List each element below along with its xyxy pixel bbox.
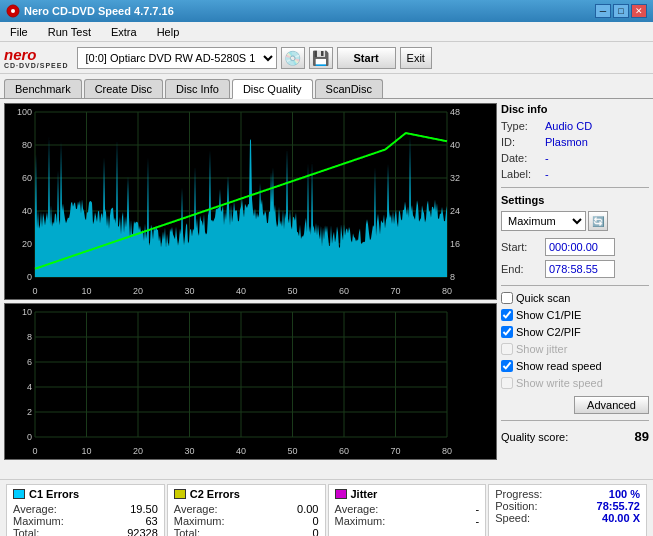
c2-total-value: 0 (312, 527, 318, 536)
quick-scan-checkbox[interactable] (501, 292, 513, 304)
menu-bar: File Run Test Extra Help (0, 22, 653, 42)
top-chart (4, 103, 497, 300)
jitter-legend-box (335, 489, 347, 499)
nero-logo-text: nero (4, 47, 69, 62)
speed-label: Speed: (495, 512, 530, 524)
eject-icon-button[interactable]: 💿 (281, 47, 305, 69)
c1-max-label: Maximum: (13, 515, 64, 527)
id-value: Plasmon (545, 136, 588, 148)
quality-score-value: 89 (635, 429, 649, 444)
c1-total-label: Total: (13, 527, 39, 536)
title-bar: Nero CD-DVD Speed 4.7.7.16 ─ □ ✕ (0, 0, 653, 22)
c1-avg-value: 19.50 (130, 503, 158, 515)
show-read-speed-checkbox[interactable] (501, 360, 513, 372)
close-button[interactable]: ✕ (631, 4, 647, 18)
bottom-chart (4, 303, 497, 460)
window-title: Nero CD-DVD Speed 4.7.7.16 (24, 5, 174, 17)
show-write-speed-label: Show write speed (516, 377, 603, 389)
date-value: - (545, 152, 549, 164)
svg-point-1 (11, 9, 15, 13)
quality-score-label: Quality score: (501, 431, 568, 443)
progress-group: Progress: 100 % Position: 78:55.72 Speed… (488, 484, 647, 536)
c2-legend-box (174, 489, 186, 499)
speed-dropdown[interactable]: Maximum 8x 4x (501, 211, 586, 231)
minimize-button[interactable]: ─ (595, 4, 611, 18)
c1-errors-group: C1 Errors Average: 19.50 Maximum: 63 Tot… (6, 484, 165, 536)
jitter-avg-label: Average: (335, 503, 379, 515)
stats-row: C1 Errors Average: 19.50 Maximum: 63 Tot… (0, 479, 653, 536)
nero-logo: nero CD·DVD/SPEED (4, 47, 69, 69)
tab-bar: Benchmark Create Disc Disc Info Disc Qua… (0, 74, 653, 99)
show-c2pif-label: Show C2/PIF (516, 326, 581, 338)
menu-file[interactable]: File (4, 24, 34, 40)
settings-icon-button[interactable]: 🔄 (588, 211, 608, 231)
c2-avg-label: Average: (174, 503, 218, 515)
end-label: End: (501, 263, 541, 275)
c2-max-label: Maximum: (174, 515, 225, 527)
start-button[interactable]: Start (337, 47, 396, 69)
speed-value: 40.00 X (602, 512, 640, 524)
c2-errors-group: C2 Errors Average: 0.00 Maximum: 0 Total… (167, 484, 326, 536)
show-c1pie-label: Show C1/PIE (516, 309, 581, 321)
progress-label: Progress: (495, 488, 542, 500)
start-label: Start: (501, 241, 541, 253)
c2-avg-value: 0.00 (297, 503, 318, 515)
tab-benchmark[interactable]: Benchmark (4, 79, 82, 98)
side-panel: Disc info Type: Audio CD ID: Plasmon Dat… (501, 103, 649, 475)
jitter-header: Jitter (351, 488, 378, 500)
settings-title: Settings (501, 194, 649, 206)
c1-header: C1 Errors (29, 488, 79, 500)
exit-button[interactable]: Exit (400, 47, 432, 69)
type-value: Audio CD (545, 120, 592, 132)
id-label: ID: (501, 136, 541, 148)
date-label: Date: (501, 152, 541, 164)
c1-legend-box (13, 489, 25, 499)
c2-header: C2 Errors (190, 488, 240, 500)
toolbar: nero CD·DVD/SPEED [0:0] Optiarc DVD RW A… (0, 42, 653, 74)
quick-scan-label: Quick scan (516, 292, 570, 304)
menu-run-test[interactable]: Run Test (42, 24, 97, 40)
tab-scan-disc[interactable]: ScanDisc (315, 79, 383, 98)
tab-disc-info[interactable]: Disc Info (165, 79, 230, 98)
menu-extra[interactable]: Extra (105, 24, 143, 40)
jitter-max-value: - (476, 515, 480, 527)
disc-info-title: Disc info (501, 103, 649, 115)
show-c2pif-checkbox[interactable] (501, 326, 513, 338)
disc-label-value: - (545, 168, 549, 180)
jitter-max-label: Maximum: (335, 515, 386, 527)
main-content: Disc info Type: Audio CD ID: Plasmon Dat… (0, 99, 653, 479)
tab-create-disc[interactable]: Create Disc (84, 79, 163, 98)
position-label: Position: (495, 500, 537, 512)
c1-max-value: 63 (146, 515, 158, 527)
c2-max-value: 0 (312, 515, 318, 527)
menu-help[interactable]: Help (151, 24, 186, 40)
advanced-button[interactable]: Advanced (574, 396, 649, 414)
show-jitter-label: Show jitter (516, 343, 567, 355)
show-read-speed-label: Show read speed (516, 360, 602, 372)
app-icon (6, 4, 20, 18)
jitter-group: Jitter Average: - Maximum: - (328, 484, 487, 536)
show-jitter-checkbox[interactable] (501, 343, 513, 355)
nero-sub-text: CD·DVD/SPEED (4, 62, 69, 69)
start-time-input[interactable] (545, 238, 615, 256)
maximize-button[interactable]: □ (613, 4, 629, 18)
type-label: Type: (501, 120, 541, 132)
disc-label-label: Label: (501, 168, 541, 180)
jitter-avg-value: - (476, 503, 480, 515)
c1-total-value: 92328 (127, 527, 158, 536)
tab-disc-quality[interactable]: Disc Quality (232, 79, 313, 99)
c1-avg-label: Average: (13, 503, 57, 515)
chart-area (4, 103, 497, 475)
end-time-input[interactable] (545, 260, 615, 278)
drive-selector[interactable]: [0:0] Optiarc DVD RW AD-5280S 1.Z8 (77, 47, 277, 69)
show-c1pie-checkbox[interactable] (501, 309, 513, 321)
c2-total-label: Total: (174, 527, 200, 536)
position-value: 78:55.72 (597, 500, 640, 512)
progress-value: 100 % (609, 488, 640, 500)
show-write-speed-checkbox[interactable] (501, 377, 513, 389)
save-icon-button[interactable]: 💾 (309, 47, 333, 69)
